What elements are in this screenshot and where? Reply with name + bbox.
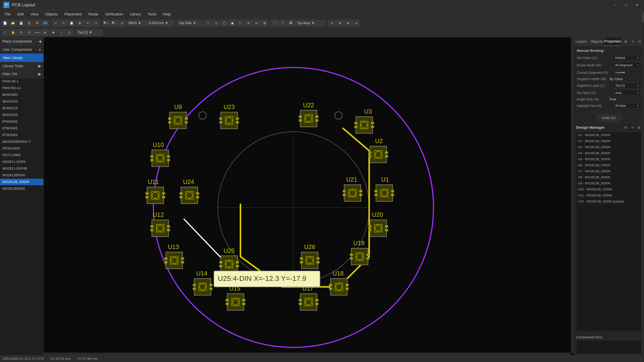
component-list-item[interactable]: 8EWS08S <box>0 91 44 98</box>
filter-on-header[interactable]: Filter ON ▶ <box>0 70 44 78</box>
menu-placement[interactable]: Placement <box>61 11 85 18</box>
component-list-item[interactable]: WS2811-SOP48 <box>0 165 44 172</box>
dm-icon-list[interactable]: ≡ <box>630 125 635 130</box>
component-list-item[interactable]: PDTC14WS <box>0 152 44 159</box>
tb-flip[interactable]: ⟺ <box>34 29 41 36</box>
tb-image[interactable]: 🖼 <box>287 20 294 26</box>
tb-open[interactable]: 📂 <box>10 20 17 26</box>
component-list-item[interactable]: 8EWS12S <box>0 105 44 112</box>
menu-file[interactable]: File <box>2 11 14 18</box>
minimize-button[interactable]: ─ <box>612 2 619 8</box>
dm-icon-grid[interactable]: ⊞ <box>636 125 642 130</box>
place-component-header[interactable]: Place Component ◀ <box>0 37 44 45</box>
tb-text[interactable]: T <box>279 20 286 26</box>
tb-fill[interactable]: ◼ <box>228 20 236 26</box>
menu-library[interactable]: Library <box>127 11 144 18</box>
tb-design-rules[interactable]: ⚠ <box>66 29 73 36</box>
panel-icon-btn-2[interactable]: ≡ <box>630 38 636 44</box>
prop-route-mode-value[interactable]: All Segment ▼ <box>613 62 641 68</box>
dm-list-item[interactable]: U9 - WS2812B_5050N <box>576 180 642 186</box>
menu-tools[interactable]: Tools <box>145 11 159 18</box>
dm-list-item[interactable]: U3 - WS2812B_5050N <box>576 144 642 150</box>
tb-export[interactable]: ⇥ <box>352 20 360 26</box>
prop-highlight-net-value[interactable]: All Nets ▼ <box>613 103 641 109</box>
dm-list-item[interactable]: U7 - WS2812B_5050N <box>576 168 642 174</box>
dm-list-item[interactable]: U5 - WS2812B_5050N <box>576 156 642 162</box>
tb-undo[interactable]: ↩ <box>84 20 92 26</box>
tb-play[interactable]: ▶ <box>42 29 49 36</box>
maximize-button[interactable]: □ <box>622 2 630 8</box>
horizontal-scrollbar[interactable] <box>44 353 571 355</box>
tb-rotate-cw[interactable]: ↻ <box>18 29 25 36</box>
prop-net-class-value[interactable]: Default ▼ <box>613 55 641 61</box>
component-list-item[interactable]: 8EWS16S <box>0 112 44 118</box>
component-list-item[interactable]: 8TWS06S <box>0 125 44 132</box>
tb-compare[interactable]: ⊗ <box>344 20 352 26</box>
panel-icon-btn-1[interactable]: ⊞ <box>622 38 628 44</box>
grid-dropdown[interactable]: 0.003 mm ▼ <box>147 20 174 26</box>
tb-select[interactable]: ↖ <box>1 29 9 36</box>
menu-view[interactable]: View <box>27 11 41 18</box>
vertical-scrollbar[interactable] <box>571 37 574 353</box>
tb-table[interactable]: ⊞ <box>261 20 268 26</box>
tab-objects[interactable]: Objects <box>589 37 604 46</box>
menu-objects[interactable]: Objects <box>42 11 61 18</box>
tb-mirror[interactable]: ⊞ <box>76 20 83 26</box>
component-list-item[interactable]: WS2811-SOP8 <box>0 159 44 165</box>
tb-properties[interactable]: ⚙ <box>34 20 41 26</box>
tb-route-icon[interactable]: ⌖ <box>204 20 212 26</box>
menu-help[interactable]: Help <box>160 11 174 18</box>
tb-stop[interactable]: ■ <box>50 29 57 36</box>
dm-list-item[interactable]: U6 - WS2812B_5050N <box>576 162 642 168</box>
tb-copy[interactable]: ⎘ <box>60 20 67 26</box>
top-assy-dropdown[interactable]: Top Assy ▼ <box>295 20 325 26</box>
component-list-item[interactable]: PDTA14WS <box>0 145 44 152</box>
component-list-item[interactable]: 8TWS04S <box>0 118 44 125</box>
tb-new[interactable]: 📄 <box>1 20 9 26</box>
menu-verification[interactable]: Verification <box>102 11 126 18</box>
tb-move[interactable]: ✋ <box>10 29 17 36</box>
dm-list-item[interactable]: U10 - WS2812B_5050N <box>576 186 642 192</box>
pcb-canvas[interactable]: U9 U23 <box>44 37 574 355</box>
tab-layers[interactable]: Layers <box>574 37 589 46</box>
layer-side-dropdown[interactable]: Top Side ▼ <box>177 20 204 26</box>
tb-circle[interactable]: ◯ <box>220 20 228 26</box>
right-panel-scrollbar[interactable] <box>642 37 644 355</box>
component-list-item[interactable]: MAX3202EEWS+T <box>0 138 44 145</box>
tb-save[interactable]: 💾 <box>18 20 25 26</box>
tb-measure[interactable]: ⇔ <box>253 20 260 26</box>
tb-ratsnest[interactable]: ⌗ <box>58 29 65 36</box>
tb-pad[interactable]: ⬛ <box>271 20 278 26</box>
dm-list-item[interactable]: U4 - WS2812B_5050N <box>576 150 642 156</box>
tb-rotate-ccw[interactable]: ↺ <box>26 29 33 36</box>
tb-zoom-in[interactable]: 🔍+ <box>102 20 110 26</box>
library-tools-header[interactable]: Library Tools ▶ <box>0 62 44 70</box>
tb-3d[interactable]: 3D <box>42 20 49 26</box>
component-list-item[interactable]: 8EWS10S <box>0 98 44 105</box>
tb-print[interactable]: 🖨 <box>26 20 33 26</box>
dm-list-item[interactable]: U12 - WS2812B_5050N (partial) <box>576 198 642 204</box>
dm-list-item[interactable]: U2 - WS2812B_5050N <box>576 138 642 144</box>
user-components-header[interactable]: User Components ▶ <box>0 45 44 54</box>
close-button[interactable]: ✕ <box>633 2 641 8</box>
tb-cut[interactable]: ✂ <box>52 20 59 26</box>
dm-list-item[interactable]: U1 - WS2812B_5050N <box>576 132 642 138</box>
canvas-area[interactable]: U9 U23 <box>44 37 574 355</box>
tab-properties[interactable]: Properties <box>604 37 621 46</box>
new-library-item[interactable]: New Library <box>0 54 44 62</box>
component-list-item[interactable]: WS2812B3535 <box>0 185 44 192</box>
dm-icon-settings[interactable]: ⚙ <box>623 125 628 130</box>
tb-drc[interactable]: ✔ <box>328 20 336 26</box>
prop-segment-layer-value[interactable]: Top [1] ▼ <box>613 83 641 88</box>
menu-edit[interactable]: Edit <box>14 11 27 18</box>
component-list-item[interactable]: PWS750-1U <box>0 85 44 91</box>
prop-via-style-value[interactable]: Auto ▼ <box>613 90 641 96</box>
undo-button[interactable]: Undo (U) <box>597 114 621 121</box>
tb-zoom-fit[interactable]: ⊡ <box>118 20 126 26</box>
dm-list-item[interactable]: U8 - WS2812B_5050N <box>576 174 642 180</box>
tb-redo[interactable]: ↪ <box>92 20 100 26</box>
tb-netlist[interactable]: ⊕ <box>336 20 344 26</box>
top-layer-dropdown[interactable]: Top [1] ▼ <box>76 29 103 35</box>
tb-flood[interactable]: ≋ <box>245 20 252 26</box>
component-list-item[interactable]: PWS740-1 <box>0 78 44 85</box>
